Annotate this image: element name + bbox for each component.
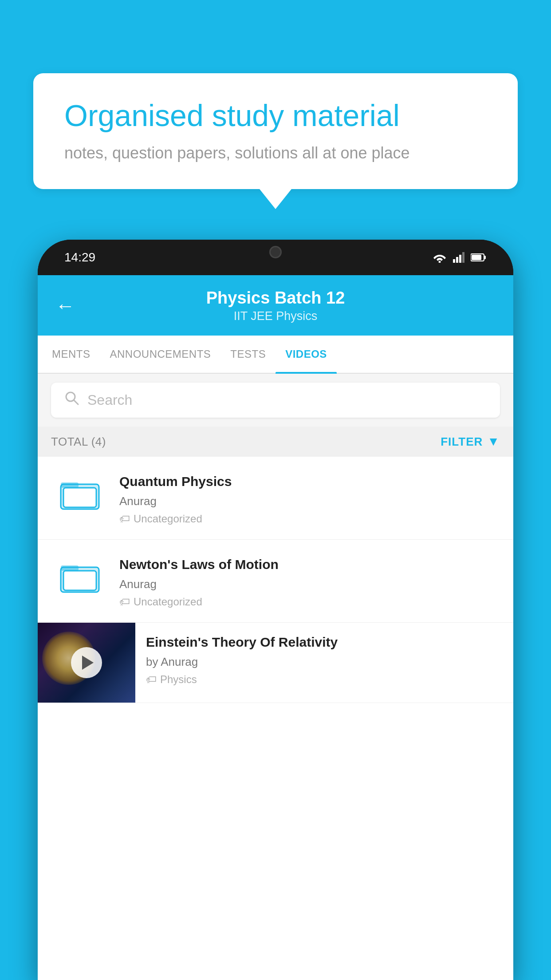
- status-time: 14:29: [64, 250, 95, 265]
- back-button[interactable]: ←: [55, 295, 75, 317]
- search-bar[interactable]: Search: [51, 383, 500, 418]
- tag-label-2: Uncategorized: [134, 596, 202, 608]
- video-title-2: Newton's Laws of Motion: [119, 556, 500, 573]
- header-title: Physics Batch 12: [88, 288, 463, 308]
- filter-funnel-icon: ▼: [487, 435, 500, 449]
- filter-button[interactable]: FILTER ▼: [441, 435, 500, 449]
- svg-rect-1: [453, 259, 455, 263]
- list-item[interactable]: Einstein's Theory Of Relativity by Anura…: [38, 623, 513, 703]
- list-item[interactable]: Quantum Physics Anurag 🏷 Uncategorized: [38, 457, 513, 540]
- play-button[interactable]: [71, 647, 102, 678]
- video-title-1: Quantum Physics: [119, 473, 500, 490]
- filter-label: FILTER: [441, 435, 483, 449]
- einstein-thumbnail: [38, 623, 135, 703]
- video-list: Quantum Physics Anurag 🏷 Uncategorized: [38, 457, 513, 703]
- search-icon: [64, 391, 79, 410]
- video-author-3: by Anurag: [146, 655, 504, 669]
- folder-icon: [60, 475, 100, 511]
- video-info-3: Einstein's Theory Of Relativity by Anura…: [135, 623, 513, 696]
- phone-camera: [269, 246, 282, 258]
- tab-tests[interactable]: TESTS: [220, 336, 276, 373]
- svg-rect-2: [456, 257, 458, 263]
- app-header: ← Physics Batch 12 IIT JEE Physics: [38, 275, 513, 336]
- svg-rect-16: [61, 565, 79, 571]
- signal-icon: [453, 252, 464, 263]
- tab-videos[interactable]: VIDEOS: [276, 336, 337, 373]
- tag-icon-2: 🏷: [119, 596, 130, 608]
- video-author-2: Anurag: [119, 577, 500, 591]
- video-tag-2: 🏷 Uncategorized: [119, 596, 500, 608]
- video-tag-3: 🏷 Physics: [146, 673, 504, 686]
- video-info-1: Quantum Physics Anurag 🏷 Uncategorized: [119, 471, 500, 525]
- search-container: Search: [38, 374, 513, 427]
- svg-rect-13: [63, 488, 96, 507]
- speech-bubble: Organised study material notes, question…: [33, 73, 518, 189]
- app-content: ← Physics Batch 12 IIT JEE Physics MENTS…: [38, 275, 513, 980]
- status-bar: 14:29: [38, 240, 513, 275]
- speech-bubble-section: Organised study material notes, question…: [33, 73, 518, 189]
- list-item[interactable]: Newton's Laws of Motion Anurag 🏷 Uncateg…: [38, 540, 513, 623]
- svg-rect-3: [459, 255, 461, 263]
- play-triangle-icon: [82, 656, 94, 670]
- bubble-subtitle: notes, question papers, solutions all at…: [64, 144, 487, 162]
- svg-rect-4: [462, 252, 464, 263]
- tabs-bar: MENTS ANNOUNCEMENTS TESTS VIDEOS: [38, 336, 513, 374]
- folder-icon: [60, 558, 100, 594]
- video-info-2: Newton's Laws of Motion Anurag 🏷 Uncateg…: [119, 554, 500, 608]
- video-title-3: Einstein's Theory Of Relativity: [146, 633, 504, 651]
- folder-thumbnail-1: [51, 471, 109, 515]
- tab-ments[interactable]: MENTS: [42, 336, 100, 373]
- tag-icon-1: 🏷: [119, 513, 130, 525]
- svg-point-0: [439, 261, 441, 263]
- filter-bar: TOTAL (4) FILTER ▼: [38, 427, 513, 457]
- header-title-group: Physics Batch 12 IIT JEE Physics: [88, 288, 463, 323]
- folder-thumbnail-2: [51, 554, 109, 598]
- wifi-icon: [433, 252, 447, 263]
- svg-line-9: [74, 400, 78, 404]
- bubble-title: Organised study material: [64, 98, 487, 134]
- search-placeholder: Search: [87, 392, 132, 408]
- svg-rect-12: [61, 482, 79, 488]
- header-subtitle: IIT JEE Physics: [88, 309, 463, 323]
- tag-icon-3: 🏷: [146, 673, 157, 686]
- svg-rect-6: [484, 256, 486, 259]
- phone-notch: [231, 240, 320, 264]
- total-count: TOTAL (4): [51, 435, 106, 449]
- status-icons: [433, 252, 487, 263]
- tab-announcements[interactable]: ANNOUNCEMENTS: [100, 336, 221, 373]
- battery-icon: [471, 253, 487, 262]
- tag-label-1: Uncategorized: [134, 513, 202, 525]
- svg-rect-7: [472, 255, 481, 260]
- video-author-1: Anurag: [119, 494, 500, 508]
- phone-frame: 14:29: [38, 240, 513, 980]
- svg-rect-17: [63, 571, 96, 590]
- tag-label-3: Physics: [160, 673, 197, 686]
- video-tag-1: 🏷 Uncategorized: [119, 513, 500, 525]
